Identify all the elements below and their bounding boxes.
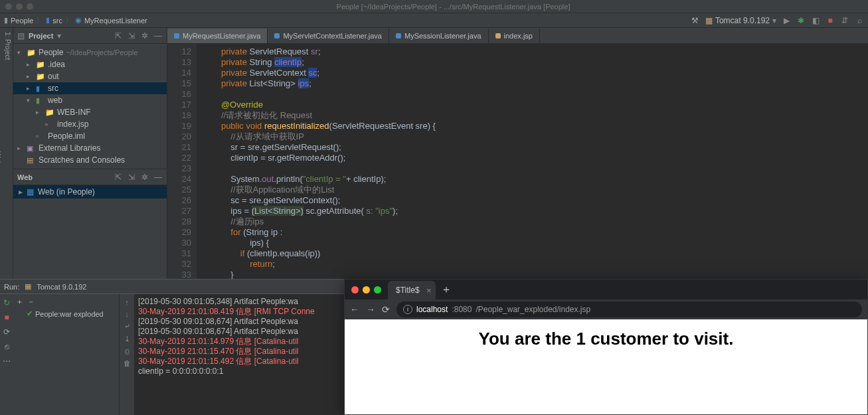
stop-icon[interactable]: ■ xyxy=(825,16,835,25)
collapse-icon[interactable]: ⇱ xyxy=(114,31,123,41)
wrap-icon[interactable]: ⤶ xyxy=(124,322,130,331)
window-title: People [~/IdeaProjects/People] - .../src… xyxy=(39,3,868,11)
browser-window-controls[interactable] xyxy=(345,286,388,293)
restart-icon[interactable]: ⟳ xyxy=(3,327,10,337)
tree-item[interactable]: ▾▮web xyxy=(13,94,167,106)
more-icon[interactable]: ⋯ xyxy=(3,357,11,366)
gear-icon[interactable]: ✲ xyxy=(140,173,149,182)
url-path: /People_war_exploded/index.jsp xyxy=(476,305,590,314)
browser-tab-title: $Title$ xyxy=(396,286,420,295)
editor-tab[interactable]: MySessionListener.java xyxy=(389,29,489,43)
tree-item[interactable]: ▸📁.idea xyxy=(13,58,167,70)
search-icon[interactable]: ⌕ xyxy=(855,16,864,25)
hide-icon[interactable]: — xyxy=(153,31,163,41)
clear-icon[interactable]: 🗑 xyxy=(124,359,131,367)
tree-item[interactable]: ▸📁out xyxy=(13,70,167,82)
titlebar: People [~/IdeaProjects/People] - .../src… xyxy=(0,0,868,13)
deployment-item[interactable]: ✔ People:war exploded xyxy=(16,309,116,318)
project-panel-title: Project xyxy=(29,32,53,40)
site-info-icon[interactable]: i xyxy=(403,305,412,314)
nav-toolbar: ▮People〉 ▮src〉 ◉MyRequestListener ⚒ ▦Tom… xyxy=(0,13,868,28)
new-tab-icon[interactable]: ＋ xyxy=(441,283,452,297)
back-icon[interactable]: ← xyxy=(350,304,359,315)
down-icon[interactable]: ↓ xyxy=(125,310,129,318)
deployment-body: ＋ － ✔ People:war exploded xyxy=(13,294,120,415)
tree-item[interactable]: ▤Scratches and Consoles xyxy=(13,154,167,166)
editor-tab[interactable]: index.jsp xyxy=(489,29,540,43)
project-panel-header: ▤ Project ▾ ⇱ ⇲ ✲ — xyxy=(13,28,167,44)
open-browser-icon[interactable]: ⎋ xyxy=(5,342,9,351)
deploy-remove-icon[interactable]: － xyxy=(27,297,35,307)
hide-icon[interactable]: — xyxy=(153,173,163,182)
web-entry-label: Web (in People) xyxy=(38,187,95,197)
web-panel-header: Web ⇱ ⇲ ✲ — xyxy=(13,169,167,185)
console-gutter: ↑ ↓ ⤶ ⤓ ⎙ 🗑 xyxy=(120,294,134,415)
browser-tab[interactable]: $Title$ × xyxy=(388,281,436,299)
run-label: Run: xyxy=(4,283,19,291)
page-heading: You are the 1 customer to visit. xyxy=(479,329,734,414)
run-panel-header: Run: ▦ Tomcat 9.0.192 xyxy=(0,279,344,293)
collapse-icon[interactable]: ⇱ xyxy=(114,173,123,182)
browser-window: $Title$ × ＋ ← → ⟳ i localhost:8080/Peopl… xyxy=(344,279,868,415)
tree-item[interactable]: ▫index.jsp xyxy=(13,118,167,130)
breadcrumb[interactable]: ▮People〉 ▮src〉 ◉MyRequestListener xyxy=(4,15,147,25)
editor-tab[interactable]: MyServletContextListener.java xyxy=(268,29,389,43)
print-icon[interactable]: ⎙ xyxy=(125,347,130,355)
run-config-name: Tomcat 9.0.192 xyxy=(37,283,86,291)
browser-viewport: You are the 1 customer to visit. xyxy=(345,319,867,414)
gear-icon[interactable]: ✲ xyxy=(140,31,149,41)
expand-icon[interactable]: ⇲ xyxy=(127,31,136,41)
url-host: localhost xyxy=(416,305,448,314)
tree-item[interactable]: ▾📁People ~/IdeaProjects/People xyxy=(13,46,167,58)
web-panel-title: Web xyxy=(17,173,33,181)
coverage-icon[interactable]: ◧ xyxy=(811,16,820,25)
expand-icon[interactable]: ⇲ xyxy=(127,173,136,182)
build-icon[interactable]: ⚒ xyxy=(691,16,700,25)
vcs-icon[interactable]: ⇵ xyxy=(840,16,849,25)
run-config-selector[interactable]: ▦Tomcat 9.0.192▾ xyxy=(705,16,776,25)
deployment-item-label: People:war exploded xyxy=(35,310,104,318)
reload-icon[interactable]: ⟳ xyxy=(382,304,390,315)
run-gutter: ↻ ■ ⟳ ⎋ ⋯ xyxy=(0,294,13,415)
tree-item[interactable]: ▫People.iml xyxy=(13,130,167,142)
editor-tab[interactable]: MyRequestListener.java xyxy=(167,29,268,43)
debug-icon[interactable]: ✱ xyxy=(796,16,806,25)
url-port: :8080 xyxy=(452,305,472,314)
run-icon[interactable]: ▶ xyxy=(782,16,791,25)
project-tree[interactable]: ▾📁People ~/IdeaProjects/People▸📁.idea▸📁o… xyxy=(13,44,167,169)
editor-tabs: MyRequestListener.javaMyServletContextLi… xyxy=(167,28,868,44)
console-output[interactable]: [2019-05-30 09:01:05,348] Artifact Peopl… xyxy=(134,294,344,376)
deploy-add-icon[interactable]: ＋ xyxy=(16,297,23,307)
window-controls[interactable] xyxy=(0,1,39,13)
web-entry[interactable]: ▸▦ Web (in People) xyxy=(13,185,167,199)
address-bar[interactable]: i localhost:8080/People_war_exploded/ind… xyxy=(396,301,862,317)
rerun-icon[interactable]: ↻ xyxy=(3,298,10,307)
up-icon[interactable]: ↑ xyxy=(125,298,129,306)
scroll-icon[interactable]: ⤓ xyxy=(124,335,130,343)
close-tab-icon[interactable]: × xyxy=(426,286,432,295)
tree-item[interactable]: ▸▣External Libraries xyxy=(13,142,167,154)
forward-icon[interactable]: → xyxy=(366,304,375,315)
stop-icon[interactable]: ■ xyxy=(4,313,9,322)
tree-item[interactable]: ▸📁WEB-INF xyxy=(13,106,167,118)
tree-item[interactable]: ▸▮src xyxy=(13,82,167,94)
